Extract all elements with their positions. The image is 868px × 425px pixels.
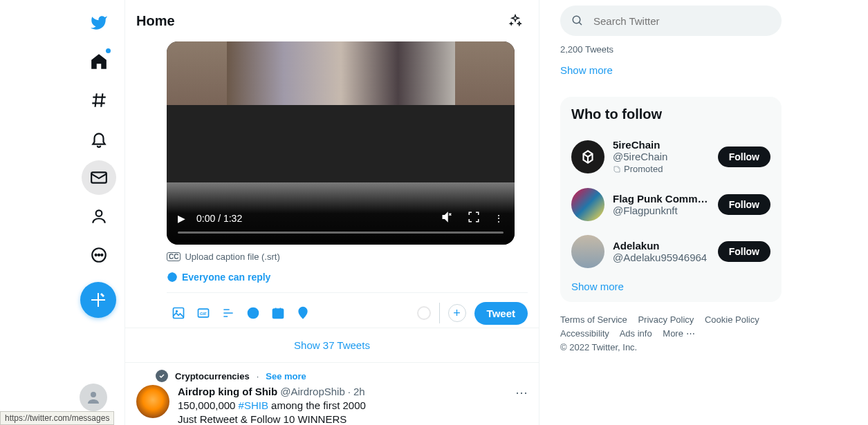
explore-icon[interactable]	[82, 83, 116, 117]
footer-link[interactable]: Accessibility	[560, 328, 609, 339]
follow-handle: @5ireChain	[613, 151, 710, 162]
account-switcher[interactable]	[80, 384, 107, 411]
topic-see-more[interactable]: See more	[266, 371, 306, 381]
footer: Terms of Service Privacy Policy Cookie P…	[560, 313, 782, 355]
svg-point-4	[98, 254, 100, 256]
svg-point-18	[91, 392, 96, 397]
mute-icon[interactable]	[441, 211, 454, 225]
add-thread-button[interactable]: +	[448, 304, 466, 322]
footer-copyright: © 2022 Twitter, Inc.	[560, 342, 637, 352]
follow-name: Adelakun	[613, 240, 710, 252]
topic-row: Cryptocurrencies · See more	[156, 370, 528, 382]
reply-setting-button[interactable]: Everyone can reply	[167, 272, 528, 283]
follow-handle: @Adelaku95946964	[613, 252, 710, 263]
cc-icon: CC	[167, 252, 181, 261]
video-thumbnail	[227, 41, 455, 105]
footer-link[interactable]: Ads info	[620, 328, 652, 339]
svg-point-5	[101, 254, 102, 256]
upload-caption-button[interactable]: CC Upload caption file (.srt)	[167, 252, 528, 262]
trends-show-more[interactable]: Show more	[560, 64, 770, 76]
svg-rect-7	[174, 308, 184, 319]
svg-point-3	[95, 254, 97, 256]
follow-show-more[interactable]: Show more	[571, 281, 770, 292]
main-column: Home ▶ 0:00 / 1:32 ⋮	[124, 0, 539, 425]
topic-icon	[156, 370, 168, 382]
svg-point-12	[251, 312, 252, 313]
svg-text:GIF: GIF	[200, 312, 207, 316]
footer-link[interactable]: Cookie Policy	[705, 314, 759, 325]
svg-point-16	[302, 310, 304, 312]
search-input[interactable]	[593, 15, 770, 27]
left-nav	[0, 0, 124, 425]
character-count-circle	[417, 306, 431, 320]
twitter-logo-icon[interactable]	[82, 6, 116, 40]
search-icon	[571, 15, 584, 27]
follow-suggestion[interactable]: 5ireChain @5ireChain Promoted Follow	[571, 132, 770, 181]
tweet-author-name[interactable]: Airdrop king of Shib	[178, 385, 277, 399]
tweet-author-avatar[interactable]	[136, 385, 169, 418]
svg-point-8	[176, 310, 178, 312]
page-title: Home	[136, 13, 175, 29]
follow-name: Flag Punk Community…	[613, 193, 710, 205]
follow-suggestion[interactable]: Adelakun @Adelaku95946964 Follow	[571, 228, 770, 275]
compose-toolbar: GIF + Tweet	[167, 292, 528, 325]
fullscreen-icon[interactable]	[468, 211, 480, 225]
follow-handle: @Flagpunknft	[613, 205, 710, 216]
svg-point-11	[248, 308, 259, 319]
right-column: 2,200 Tweets Show more Who to follow 5ir…	[539, 0, 802, 425]
top-tweets-toggle[interactable]	[503, 8, 528, 33]
home-icon[interactable]	[82, 44, 116, 79]
emoji-icon[interactable]	[241, 301, 265, 325]
svg-point-13	[255, 312, 256, 313]
gif-icon[interactable]: GIF	[192, 301, 215, 325]
tweet-text: 150,000,000 #SHIB among the first 2000 J…	[178, 399, 528, 425]
more-icon[interactable]	[82, 238, 116, 272]
browser-status-bar: https://twitter.com/messages	[0, 411, 114, 425]
follow-avatar[interactable]	[571, 140, 604, 173]
follow-suggestion[interactable]: Flag Punk Community… @Flagpunknft Follow	[571, 181, 770, 228]
profile-icon[interactable]	[82, 199, 116, 234]
footer-more[interactable]: More ⋯	[663, 328, 695, 339]
svg-point-15	[279, 314, 282, 317]
video-more-icon[interactable]: ⋮	[494, 213, 504, 224]
video-controls: ▶ 0:00 / 1:32 ⋮	[178, 211, 504, 225]
who-to-follow-title: Who to follow	[571, 106, 770, 122]
home-notification-dot	[106, 48, 111, 53]
play-icon[interactable]: ▶	[178, 213, 185, 224]
svg-point-1	[96, 210, 102, 216]
footer-link[interactable]: Privacy Policy	[638, 314, 694, 325]
follow-button[interactable]: Follow	[718, 194, 770, 215]
notifications-icon[interactable]	[82, 122, 116, 156]
svg-point-17	[573, 16, 580, 23]
follow-avatar[interactable]	[571, 235, 604, 268]
messages-icon[interactable]	[82, 160, 116, 195]
search-box[interactable]	[560, 6, 782, 36]
footer-link[interactable]: Terms of Service	[560, 314, 627, 325]
topic-label[interactable]: Cryptocurrencies	[175, 371, 250, 381]
compose-tweet-button[interactable]	[80, 282, 116, 318]
show-new-tweets-button[interactable]: Show 37 Tweets	[125, 328, 539, 363]
video-time: 0:00 / 1:32	[196, 213, 427, 224]
location-icon[interactable]	[291, 301, 315, 325]
follow-avatar[interactable]	[571, 188, 604, 221]
follow-button[interactable]: Follow	[718, 147, 770, 167]
tweet-submit-button[interactable]: Tweet	[474, 302, 528, 325]
feed-item[interactable]: Cryptocurrencies · See more Airdrop king…	[125, 363, 539, 425]
who-to-follow-card: Who to follow 5ireChain @5ireChain Promo…	[560, 97, 782, 302]
video-attachment[interactable]: ▶ 0:00 / 1:32 ⋮	[167, 41, 515, 245]
compose-area: ▶ 0:00 / 1:32 ⋮ CC Upload caption file (…	[125, 41, 539, 328]
trend-remnant: 2,200 Tweets Show more	[560, 44, 782, 97]
media-icon[interactable]	[167, 301, 190, 325]
follow-button[interactable]: Follow	[718, 241, 770, 262]
tweet-more-button[interactable]: ⋯	[515, 385, 528, 400]
poll-icon[interactable]	[216, 301, 240, 325]
main-header: Home	[125, 0, 539, 41]
tweet-time[interactable]: 2h	[353, 385, 365, 399]
hashtag-link[interactable]: #SHIB	[239, 399, 268, 411]
tweet-author-handle[interactable]: @AirdropShib	[280, 385, 345, 399]
promoted-label: Promoted	[613, 164, 710, 174]
follow-name: 5ireChain	[613, 139, 710, 151]
schedule-icon[interactable]	[266, 301, 290, 325]
video-progress-bar[interactable]	[178, 232, 504, 234]
